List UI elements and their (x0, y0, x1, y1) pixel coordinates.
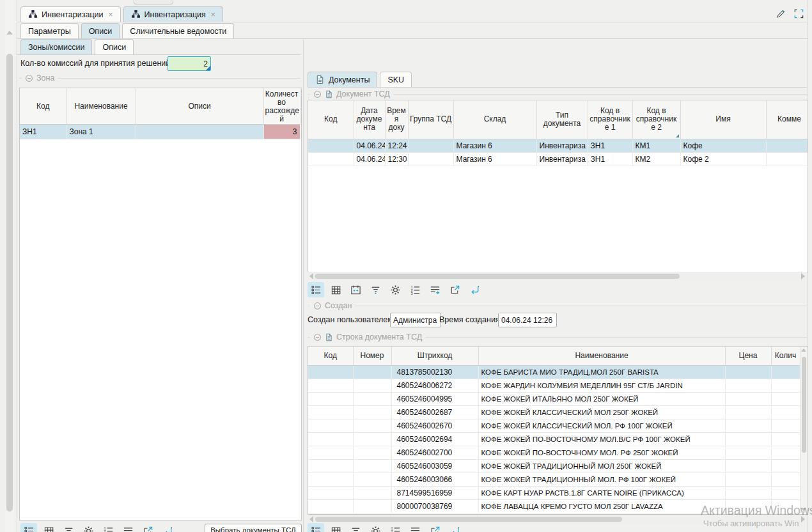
column-header-opisi[interactable]: Описи (136, 88, 263, 125)
scrollbar-thumb[interactable] (315, 517, 622, 522)
table-row[interactable]: 4605246002670КОФЕ ЖОКЕЙ КЛАССИЧЕСКИЙ МОЛ… (308, 419, 800, 432)
toolbar-settings-button[interactable] (80, 523, 97, 532)
collapse-icon[interactable] (313, 333, 322, 341)
tab-sku[interactable]: SKU (380, 72, 412, 87)
toolbar-list-view-button[interactable] (20, 523, 37, 532)
commission-count-input[interactable]: 2 (168, 56, 211, 71)
toolbar-reload-button[interactable] (466, 282, 483, 297)
collapse-icon[interactable] (25, 74, 33, 82)
scroll-up-icon[interactable] (6, 31, 13, 35)
panel-splitter[interactable] (303, 38, 304, 532)
column-header-name[interactable]: Имя (680, 100, 766, 139)
table-row[interactable]: 4605246006272КОФЕ ЖАРДИН КОЛУМБИЯ МЕДЕЛЛ… (308, 379, 800, 392)
table-row[interactable]: 4605246002700КОФЕ ЖОКЕЙ ПО-ВОСТОЧНОМУ МО… (308, 446, 800, 459)
tab-opisi-2[interactable]: Описи (95, 39, 134, 54)
column-header-ref2[interactable]: Код в справочник е 2 (632, 100, 680, 139)
table-row[interactable]: 4605246003066КОФЕ ЖОКЕЙ ТРАДИЦИОННЫЙ МОЛ… (308, 473, 800, 486)
toolbar-reload-button[interactable] (159, 523, 176, 532)
toolbar-grid-button[interactable] (327, 282, 344, 297)
scroll-left-icon[interactable] (309, 516, 313, 522)
column-header-date[interactable]: Дата докуме нта (354, 100, 385, 139)
tab-slichitelnye-vedomosti[interactable]: Сличительные ведомости (122, 23, 234, 38)
column-header-code[interactable]: Код (20, 88, 66, 125)
table-row[interactable]: 4605246003059КОФЕ ЖОКЕЙ ТРАДИЦИОННЫЙ МОЛ… (308, 459, 800, 473)
toolbar-list-view-button[interactable] (308, 523, 324, 532)
cell-code: ЗН1 (20, 125, 66, 139)
sku-vscrollbar[interactable] (800, 347, 808, 513)
scroll-right-icon[interactable] (801, 273, 805, 279)
tab-close-icon[interactable]: × (109, 10, 113, 19)
table-row[interactable]: 4605246002694КОФЕ ЖОКЕЙ ПО-ВОСТОЧНОМУ МО… (308, 432, 800, 446)
toolbar-filter-button[interactable] (60, 523, 77, 532)
toolbar-filter-button[interactable] (347, 523, 364, 532)
scrollbar-thumb[interactable] (315, 274, 680, 279)
toolbar-open-external-button[interactable] (426, 523, 443, 532)
tsd-doc-hscrollbar[interactable] (308, 272, 807, 281)
column-header-comment[interactable]: Комме (766, 100, 808, 139)
tab-inventarizatsiya[interactable]: Инвентаризация × (123, 6, 223, 22)
toolbar-open-external-button[interactable] (446, 282, 463, 297)
table-row[interactable]: 8714599516959КОФЕ КАРТ НУАР РАСТВ.1.8Г C… (308, 486, 800, 499)
left-scrollbar-thumb[interactable] (6, 54, 13, 512)
grid-icon (43, 526, 54, 532)
toolbar-grid-button[interactable] (40, 523, 57, 532)
table-row[interactable]: ЗН1Зона 13 (20, 125, 300, 139)
toolbar-numbered-list-button[interactable] (407, 282, 423, 297)
toolbar-grid-button[interactable] (327, 523, 344, 532)
created-by-input[interactable]: Администра (390, 313, 441, 327)
tab-inventarizatsii[interactable]: Инвентаризации × (20, 6, 121, 22)
left-scrollbar[interactable] (5, 0, 14, 532)
toolbar-filter-button[interactable] (367, 282, 384, 297)
toolbar-add-rows-button[interactable] (120, 523, 136, 532)
scroll-left-icon[interactable] (309, 273, 313, 279)
toolbar-add-rows-button[interactable] (426, 282, 443, 297)
column-header-barcode[interactable]: Штрихкод (391, 347, 478, 365)
tab-parametry[interactable]: Параметры (20, 23, 79, 38)
tab-dokumenty[interactable]: Документы (308, 72, 377, 87)
column-header-price[interactable]: Цена (725, 347, 771, 365)
scrollbar-thumb[interactable] (802, 357, 806, 453)
column-header-time[interactable]: Врем я доку (385, 100, 408, 139)
toolbar-list-view-button[interactable] (308, 282, 324, 297)
column-header-number[interactable]: Номер (353, 347, 391, 365)
cell-price (725, 473, 771, 486)
scroll-up-icon[interactable] (801, 348, 806, 352)
calendar-icon (350, 285, 361, 295)
toolbar-calendar-button[interactable] (347, 282, 364, 297)
toolbar-numbered-list-button[interactable] (387, 523, 403, 532)
fullscreen-icon[interactable] (793, 8, 804, 19)
collapse-icon[interactable] (313, 90, 322, 98)
toolbar-settings-button[interactable] (367, 523, 384, 532)
collapse-icon[interactable] (313, 302, 322, 310)
tab-close-icon[interactable]: × (211, 10, 215, 19)
toolbar-reload-button[interactable] (446, 523, 463, 532)
tab-zony-komissii[interactable]: Зоны/комиссии (20, 39, 92, 54)
toolbar-open-external-button[interactable] (139, 523, 156, 532)
toolbar-settings-button[interactable] (387, 282, 403, 297)
column-header-code[interactable]: Код (308, 100, 354, 139)
settings-icon (370, 526, 381, 532)
column-header-tsd-group[interactable]: Группа ТСД (408, 100, 453, 139)
column-header-count[interactable]: Количест во расхожде й (263, 88, 300, 125)
table-row[interactable]: 4605246002687КОФЕ ЖОКЕЙ КЛАССИЧЕСКИЙ МОЛ… (308, 405, 800, 419)
column-header-name[interactable]: Наименование (478, 347, 725, 365)
table-row[interactable]: 04.06.2412:24Магазин 6ИнвентаризаЗН1КМ1К… (308, 139, 808, 152)
column-header-warehouse[interactable]: Склад (453, 100, 536, 139)
column-header-doc-type[interactable]: Тип документа (536, 100, 588, 139)
table-row[interactable]: 04.06.2412:30Магазин 6ИнвентаризаЗН1КМ2К… (308, 152, 808, 166)
column-header-qty[interactable]: Колич (771, 347, 800, 365)
tab-opisi[interactable]: Описи (81, 23, 120, 38)
toolbar-numbered-list-button[interactable] (100, 523, 116, 532)
cell-barcode: 4813785002130 (391, 365, 478, 379)
select-tsd-docs-button[interactable]: Выбрать документы ТСД (205, 524, 302, 532)
tab-label: Описи (89, 27, 113, 36)
table-row[interactable]: 4605246004995КОФЕ ЖОКЕЙ ИТАЛЬЯНО МОЛ 250… (308, 392, 800, 405)
table-row[interactable]: 4813785002130КОФЕ БАРИСТА МИО ТРАДИЦ,МОЛ… (308, 365, 800, 379)
column-header-ref1[interactable]: Код в справочник е 1 (588, 100, 632, 139)
created-time-input[interactable]: 04.06.24 12:26 (498, 313, 557, 327)
column-header-code[interactable]: Код (308, 347, 353, 365)
edit-pencil-icon[interactable] (776, 8, 786, 19)
column-header-name[interactable]: Наименование (66, 88, 136, 125)
toolbar-add-rows-button[interactable] (407, 523, 423, 532)
cell-name: КОФЕ ЖОКЕЙ ТРАДИЦИОННЫЙ МОЛ. РФ 100Г ЖОК… (478, 473, 725, 486)
